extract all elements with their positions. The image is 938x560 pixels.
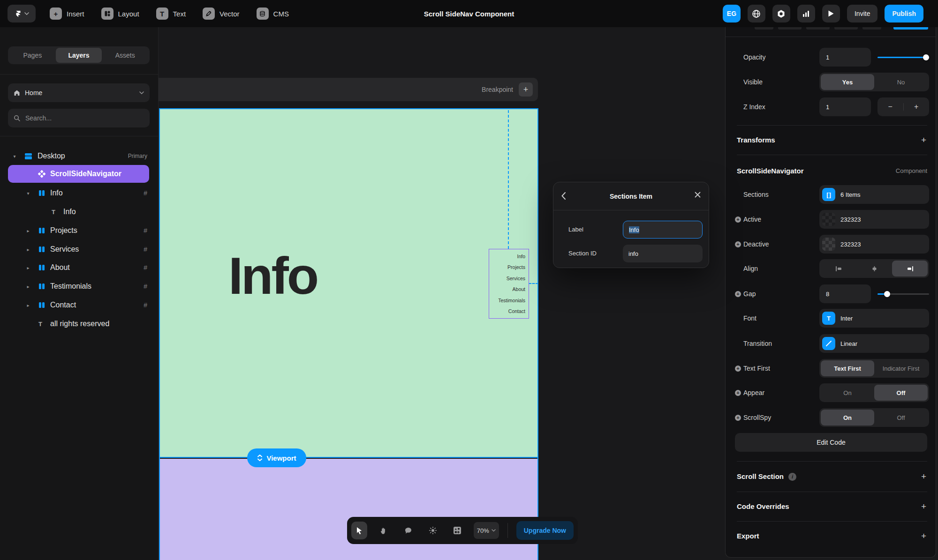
site-settings-button[interactable] (748, 5, 765, 22)
appear-on-option[interactable]: On (821, 385, 874, 401)
layer-row-info-section[interactable]: ▾ Info # (0, 184, 159, 202)
plugins-button[interactable] (772, 5, 790, 22)
indicator-first-option[interactable]: Indicator First (874, 360, 928, 376)
scrollspy-on-option[interactable]: On (821, 410, 874, 426)
scroll-section-header[interactable]: Scroll Section i + (726, 467, 936, 486)
invite-button[interactable]: Invite (847, 5, 877, 22)
desktop-frame[interactable]: Info Info Projects Services About Testim… (159, 108, 538, 560)
layer-row-projects[interactable]: ▸ Projects # (0, 222, 159, 239)
text-first-option[interactable]: Text First (821, 360, 874, 376)
appear-off-option[interactable]: Off (874, 385, 928, 401)
color-swatch[interactable] (822, 213, 835, 226)
plus-circle-icon[interactable]: + (735, 241, 741, 247)
transition-control[interactable]: Linear (819, 334, 929, 353)
layer-row-contact[interactable]: ▸ Contact # (0, 296, 159, 314)
sidenav-item[interactable]: Info (517, 254, 525, 259)
opacity-slider[interactable] (877, 48, 929, 67)
caret-right-icon[interactable]: ▸ (25, 228, 31, 233)
section-id-input[interactable]: info (623, 245, 703, 262)
tab-pages[interactable]: Pages (9, 48, 56, 63)
text-button[interactable]: T Text (156, 7, 186, 20)
vector-button[interactable]: Vector (203, 7, 240, 20)
info-section-canvas[interactable]: Info Info Projects Services About Testim… (160, 109, 537, 458)
deactive-color-control[interactable]: 232323 (819, 235, 929, 254)
layer-row-all-rights-reserved[interactable]: T all rights reserved (0, 315, 159, 333)
theme-toggle-button[interactable] (425, 522, 441, 539)
plus-button[interactable]: + (904, 103, 930, 111)
visible-yes-option[interactable]: Yes (821, 74, 874, 90)
projects-section-canvas[interactable] (160, 459, 537, 560)
select-tool-button[interactable] (351, 522, 367, 539)
section-heading[interactable]: Info (228, 250, 317, 302)
search-field[interactable] (8, 109, 150, 127)
user-avatar[interactable]: EG (723, 5, 741, 22)
visible-no-option[interactable]: No (874, 74, 928, 90)
slider-knob[interactable] (923, 54, 929, 60)
plus-circle-icon[interactable]: + (735, 291, 741, 297)
sidenav-item[interactable]: Projects (507, 265, 525, 270)
tab-assets[interactable]: Assets (102, 48, 148, 63)
viewport-button[interactable]: Viewport (247, 448, 306, 467)
gap-input[interactable]: 8 (819, 284, 871, 303)
add-code-override-button[interactable]: + (921, 497, 926, 516)
caret-right-icon[interactable]: ▸ (25, 284, 31, 289)
preview-button[interactable] (822, 5, 840, 22)
layout-button[interactable]: Layout (101, 7, 139, 20)
align-right-option[interactable] (892, 261, 928, 276)
layer-row-scrollsidenavigator[interactable]: ScrollSideNavigator (8, 165, 149, 183)
layer-row-desktop[interactable]: ▾ Desktop Primary (0, 147, 159, 165)
close-icon[interactable] (695, 192, 701, 198)
plus-circle-icon[interactable]: + (735, 217, 741, 223)
sections-control[interactable]: [ ] 6 Items (819, 185, 929, 204)
align-left-option[interactable] (821, 261, 856, 276)
gap-slider[interactable] (877, 284, 929, 303)
page-selector[interactable]: Home (8, 83, 150, 102)
layer-row-testimonials[interactable]: ▸ Testimonials # (0, 277, 159, 295)
framer-logo-menu[interactable] (8, 5, 36, 22)
code-overrides-header[interactable]: Code Overrides + (726, 497, 936, 516)
scroll-side-navigator-instance[interactable]: Info Projects Services About Testimonial… (489, 249, 529, 319)
cms-button[interactable]: CMS (257, 7, 289, 20)
label-input[interactable]: Info (623, 221, 703, 239)
search-input[interactable] (24, 114, 144, 122)
transforms-header[interactable]: Transforms + (726, 131, 936, 149)
zoom-level-select[interactable]: 70% (474, 522, 499, 539)
upgrade-now-button[interactable]: Upgrade Now (516, 521, 574, 540)
sidenav-item[interactable]: Contact (508, 309, 525, 314)
layer-row-services[interactable]: ▸ Services # (0, 240, 159, 258)
info-icon[interactable]: i (788, 473, 796, 481)
layer-row-info-text[interactable]: T Info (0, 203, 159, 221)
publish-button[interactable]: Publish (885, 5, 923, 22)
plus-circle-icon[interactable]: + (735, 415, 741, 421)
slider-knob[interactable] (884, 291, 890, 297)
caret-down-icon[interactable]: ▾ (25, 191, 31, 196)
minus-button[interactable]: − (877, 103, 903, 111)
edit-code-button[interactable]: Edit Code (735, 433, 927, 452)
caret-right-icon[interactable]: ▸ (25, 303, 31, 308)
export-header[interactable]: Export + (726, 527, 936, 545)
font-control[interactable]: T Inter (819, 309, 929, 328)
hand-tool-button[interactable] (376, 522, 392, 539)
add-breakpoint-button[interactable]: + (519, 82, 533, 97)
add-scroll-section-button[interactable]: + (921, 467, 926, 486)
plus-circle-icon[interactable]: + (735, 366, 741, 372)
insert-shapes-button[interactable] (449, 522, 465, 539)
scrollspy-off-option[interactable]: Off (874, 410, 928, 426)
add-export-button[interactable]: + (921, 527, 926, 545)
comment-tool-button[interactable] (400, 522, 416, 539)
z-index-input[interactable]: 1 (819, 97, 871, 116)
caret-right-icon[interactable]: ▸ (25, 247, 31, 252)
insert-button[interactable]: + Insert (50, 7, 84, 20)
caret-down-icon[interactable]: ▾ (12, 154, 17, 159)
tab-layers[interactable]: Layers (56, 48, 102, 63)
layer-row-about[interactable]: ▸ About # (0, 259, 159, 276)
caret-right-icon[interactable]: ▸ (25, 265, 31, 270)
active-color-control[interactable]: 232323 (819, 210, 929, 229)
plus-circle-icon[interactable]: + (735, 390, 741, 396)
sidenav-item[interactable]: About (513, 287, 525, 292)
align-center-option[interactable] (856, 261, 892, 276)
sidenav-item[interactable]: Services (507, 276, 525, 281)
add-transform-button[interactable]: + (921, 131, 926, 149)
color-swatch[interactable] (822, 238, 835, 251)
analytics-button[interactable] (797, 5, 815, 22)
